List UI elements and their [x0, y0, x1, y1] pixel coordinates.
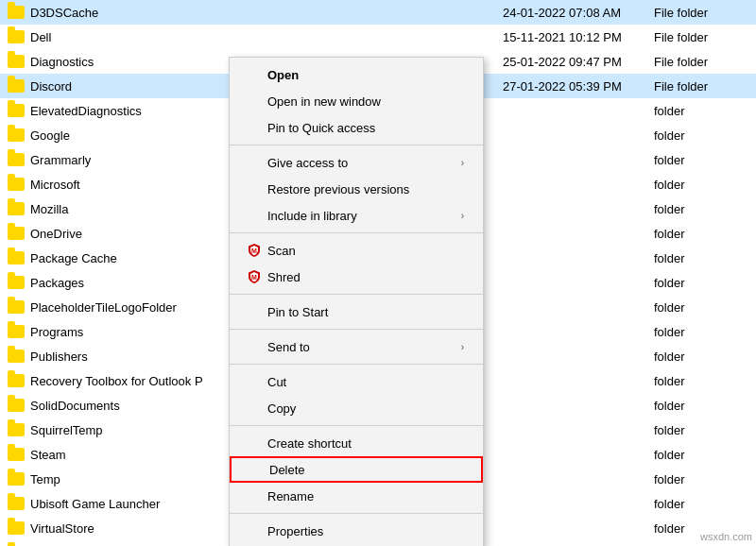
file-type: folder — [654, 423, 748, 437]
menu-item-restore-versions[interactable]: Restore previous versions — [230, 176, 483, 202]
menu-item-label: Properties — [267, 524, 464, 538]
file-type: folder — [654, 202, 748, 216]
folder-icon — [8, 151, 25, 168]
file-type: File folder — [654, 79, 748, 94]
file-date: 27-01-2022 05:39 PM — [503, 79, 654, 94]
submenu-arrow-icon: › — [461, 342, 464, 352]
file-list: D3DSCache24-01-2022 07:08 AMFile folderD… — [0, 0, 756, 546]
folder-icon — [8, 323, 25, 340]
folder-icon — [8, 200, 25, 217]
file-type: folder — [654, 251, 748, 265]
folder-icon — [8, 299, 25, 316]
folder-icon — [8, 225, 25, 242]
file-type: folder — [654, 153, 748, 167]
menu-item-label: Create shortcut — [267, 436, 464, 451]
menu-separator — [230, 145, 483, 145]
menu-separator — [230, 294, 483, 295]
file-type: folder — [654, 374, 748, 388]
shield-icon: M — [245, 269, 264, 284]
file-date: 15-11-2021 10:12 PM — [503, 30, 654, 44]
menu-item-label: Send to — [267, 340, 461, 354]
menu-item-cut[interactable]: Cut — [230, 368, 483, 395]
menu-item-label: Scan — [267, 244, 464, 258]
folder-icon — [8, 53, 25, 70]
menu-item-label: Pin to Start — [267, 305, 464, 319]
menu-item-send-to[interactable]: Send to› — [230, 333, 483, 360]
menu-item-label: Pin to Quick access — [267, 121, 464, 135]
folder-icon — [8, 372, 25, 389]
file-type: folder — [654, 178, 748, 192]
file-name: D3DSCache — [30, 6, 503, 20]
menu-item-label: Delete — [269, 463, 462, 477]
folder-icon — [8, 274, 25, 291]
folder-icon — [8, 495, 25, 512]
menu-item-label: Open in new window — [267, 94, 464, 109]
file-date: 24-01-2022 07:08 AM — [503, 6, 654, 20]
folder-icon — [8, 127, 25, 144]
menu-item-label: Cut — [267, 375, 464, 389]
menu-item-label: Give access to — [267, 156, 461, 170]
context-menu: OpenOpen in new windowPin to Quick acces… — [229, 57, 484, 546]
submenu-arrow-icon: › — [461, 211, 464, 221]
menu-separator — [230, 425, 483, 426]
menu-item-label: Shred — [267, 270, 464, 284]
menu-item-properties[interactable]: Properties — [230, 518, 483, 544]
menu-separator — [230, 513, 483, 514]
file-name: Dell — [30, 30, 503, 44]
menu-item-label: Open — [267, 68, 464, 82]
file-type: folder — [654, 128, 748, 143]
menu-item-pin-start[interactable]: Pin to Start — [230, 299, 483, 325]
file-type: folder — [654, 472, 748, 486]
folder-icon — [8, 102, 25, 119]
file-type: File folder — [654, 55, 748, 69]
menu-item-copy[interactable]: Copy — [230, 395, 483, 421]
menu-item-pin-quick-access[interactable]: Pin to Quick access — [230, 114, 483, 141]
folder-icon — [8, 348, 25, 365]
menu-item-give-access[interactable]: Give access to› — [230, 149, 483, 176]
menu-item-rename[interactable]: Rename — [230, 483, 483, 509]
file-type: File folder — [654, 30, 748, 44]
file-date: 25-01-2022 09:47 PM — [503, 55, 654, 69]
menu-item-delete[interactable]: Delete — [230, 456, 483, 483]
menu-item-scan[interactable]: M Scan — [230, 237, 483, 264]
folder-icon — [8, 470, 25, 487]
menu-item-open-new-window[interactable]: Open in new window — [230, 88, 483, 114]
folder-icon — [8, 397, 25, 414]
folder-icon — [8, 446, 25, 463]
folder-icon — [8, 77, 25, 94]
folder-icon — [8, 249, 25, 266]
menu-item-label: Include in library — [267, 209, 461, 223]
file-type: folder — [654, 276, 748, 290]
file-type: folder — [654, 350, 748, 364]
svg-text:M: M — [251, 274, 257, 281]
file-type: folder — [654, 104, 748, 118]
shield-icon: M — [245, 243, 264, 258]
file-type: folder — [654, 325, 748, 339]
menu-item-label: Restore previous versions — [267, 182, 464, 196]
file-type: folder — [654, 448, 748, 462]
menu-item-shred[interactable]: M Shred — [230, 264, 483, 290]
file-type: folder — [654, 497, 748, 511]
menu-separator — [230, 329, 483, 330]
file-type: folder — [654, 300, 748, 315]
file-type: folder — [654, 399, 748, 413]
file-type: folder — [654, 227, 748, 241]
folder-icon — [8, 4, 25, 21]
svg-text:M: M — [251, 247, 257, 254]
menu-item-label: Copy — [267, 401, 464, 416]
menu-item-open[interactable]: Open — [230, 61, 483, 88]
menu-item-label: Rename — [267, 489, 464, 503]
table-row[interactable]: D3DSCache24-01-2022 07:08 AMFile folder — [0, 0, 756, 25]
table-row[interactable]: Dell15-11-2021 10:12 PMFile folder — [0, 25, 756, 49]
folder-icon — [8, 176, 25, 193]
submenu-arrow-icon: › — [461, 158, 464, 168]
watermark: wsxdn.com — [700, 531, 752, 542]
file-type: File folder — [654, 6, 748, 20]
folder-icon — [8, 421, 25, 438]
menu-separator — [230, 232, 483, 233]
folder-icon — [8, 520, 25, 537]
menu-separator — [230, 364, 483, 365]
menu-item-create-shortcut[interactable]: Create shortcut — [230, 430, 483, 456]
menu-item-include-library[interactable]: Include in library› — [230, 202, 483, 229]
folder-icon — [8, 28, 25, 45]
